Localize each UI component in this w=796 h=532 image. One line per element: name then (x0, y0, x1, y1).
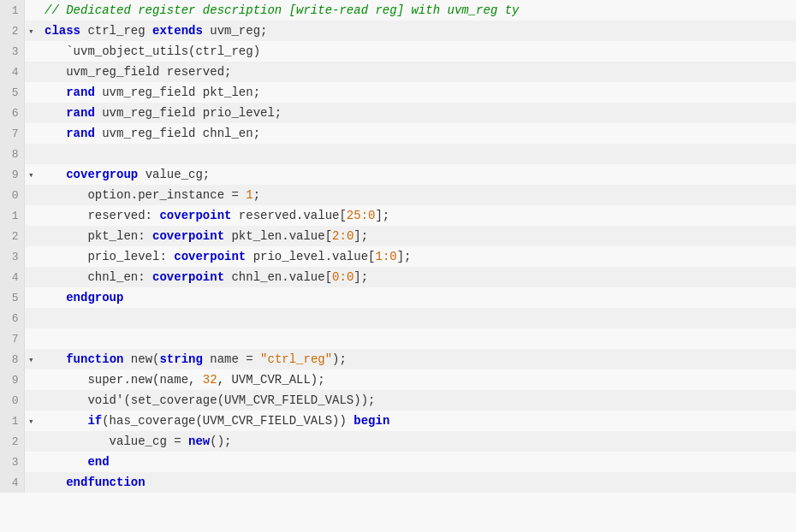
line-number: 4 (0, 62, 24, 82)
fold-marker[interactable] (24, 144, 38, 164)
fold-marker[interactable] (24, 452, 38, 472)
code-line: function new(string name = "ctrl_reg"); (38, 349, 796, 369)
fold-marker[interactable] (24, 0, 38, 21)
fold-marker[interactable] (24, 390, 38, 411)
code-line: `uvm_object_utils(ctrl_reg) (38, 41, 796, 62)
code-line: pkt_len: coverpoint pkt_len.value[2:0]; (38, 226, 796, 246)
code-line (38, 328, 796, 349)
code-line: if(has_coverage(UVM_CVR_FIELD_VALS)) beg… (38, 411, 796, 431)
code-line: void'(set_coverage(UVM_CVR_FIELD_VALS)); (38, 390, 796, 411)
line-number: 2 (0, 21, 24, 41)
code-line: // Dedicated register description [write… (38, 0, 796, 21)
fold-marker[interactable] (24, 431, 38, 452)
line-number: 5 (0, 287, 24, 308)
code-editor: 1// Dedicated register description [writ… (0, 0, 796, 532)
line-number: 3 (0, 452, 24, 472)
fold-marker[interactable] (24, 369, 38, 390)
fold-marker[interactable] (24, 287, 38, 308)
code-line: prio_level: coverpoint prio_level.value[… (38, 246, 796, 267)
fold-marker[interactable]: ▾ (24, 21, 38, 41)
code-line: endfunction (38, 472, 796, 493)
line-number: 5 (0, 82, 24, 103)
fold-marker[interactable] (24, 41, 38, 62)
line-number: 8 (0, 349, 24, 369)
code-line: rand uvm_reg_field chnl_en; (38, 123, 796, 144)
fold-marker[interactable]: ▾ (24, 164, 38, 185)
line-number: 3 (0, 41, 24, 62)
line-number: 1 (0, 205, 24, 226)
fold-marker[interactable] (24, 246, 38, 267)
code-line: value_cg = new(); (38, 431, 796, 452)
line-number: 1 (0, 411, 24, 431)
fold-marker[interactable]: ▾ (24, 349, 38, 369)
code-line: end (38, 452, 796, 472)
code-line: rand uvm_reg_field prio_level; (38, 103, 796, 123)
fold-marker[interactable] (24, 205, 38, 226)
code-line: reserved: coverpoint reserved.value[25:0… (38, 205, 796, 226)
code-line: class ctrl_reg extends uvm_reg; (38, 21, 796, 41)
fold-marker[interactable] (24, 185, 38, 205)
line-number: 6 (0, 103, 24, 123)
fold-marker[interactable] (24, 328, 38, 349)
code-line: option.per_instance = 1; (38, 185, 796, 205)
fold-marker[interactable] (24, 267, 38, 287)
fold-marker[interactable] (24, 123, 38, 144)
code-line: super.new(name, 32, UVM_CVR_ALL); (38, 369, 796, 390)
line-number: 7 (0, 123, 24, 144)
line-number: 9 (0, 369, 24, 390)
code-line: endgroup (38, 287, 796, 308)
code-table: 1// Dedicated register description [writ… (0, 0, 796, 493)
code-line: rand uvm_reg_field pkt_len; (38, 82, 796, 103)
fold-marker[interactable] (24, 62, 38, 82)
line-number: 4 (0, 472, 24, 493)
line-number: 2 (0, 431, 24, 452)
code-line (38, 144, 796, 164)
line-number: 6 (0, 308, 24, 328)
line-number: 0 (0, 185, 24, 205)
line-number: 7 (0, 328, 24, 349)
code-line: uvm_reg_field reserved; (38, 62, 796, 82)
fold-marker[interactable] (24, 82, 38, 103)
fold-marker[interactable] (24, 226, 38, 246)
code-line: covergroup value_cg; (38, 164, 796, 185)
line-number: 8 (0, 144, 24, 164)
code-line: chnl_en: coverpoint chnl_en.value[0:0]; (38, 267, 796, 287)
line-number: 0 (0, 390, 24, 411)
fold-marker[interactable]: ▾ (24, 411, 38, 431)
line-number: 4 (0, 267, 24, 287)
fold-marker[interactable] (24, 308, 38, 328)
code-line (38, 308, 796, 328)
line-number: 9 (0, 164, 24, 185)
line-number: 3 (0, 246, 24, 267)
fold-marker[interactable] (24, 472, 38, 493)
line-number: 2 (0, 226, 24, 246)
line-number: 1 (0, 0, 24, 21)
fold-marker[interactable] (24, 103, 38, 123)
